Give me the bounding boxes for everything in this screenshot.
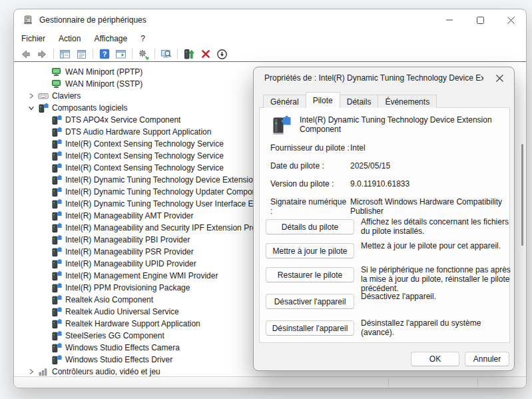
tree-item-label: Intel(R) Manageability AMT Provider — [65, 211, 194, 220]
field-value: 9.0.11910.61833 — [350, 179, 503, 189]
tab-details[interactable]: Détails — [340, 95, 379, 108]
close-button[interactable] — [495, 9, 526, 31]
tree-item-label: Realtek Hardware Support Application — [65, 319, 200, 328]
statusbar-separator — [388, 378, 389, 387]
tab-evenements[interactable]: Événements — [378, 95, 437, 108]
show-console-tree-button[interactable] — [57, 47, 73, 61]
close-icon — [507, 17, 515, 24]
software-component-icon — [38, 103, 49, 113]
action-description: Désactivez l'appareil. — [361, 292, 511, 301]
field-value: Microsoft Windows Hardware Compatibility… — [350, 197, 503, 216]
tab-general[interactable]: Général — [263, 95, 306, 108]
uninstall-device-toolbar-button[interactable] — [197, 47, 214, 61]
field-value: Intel — [350, 143, 503, 153]
screen: Gestionnaire de périphériques FichierAct… — [0, 0, 532, 399]
driver-details-button[interactable]: Détails du pilote — [266, 219, 354, 234]
disable-icon — [216, 49, 228, 60]
tree-item-label: Realtek Asio Component — [65, 295, 153, 304]
properties-button[interactable] — [73, 47, 90, 61]
software-component-icon — [51, 258, 62, 269]
uninstall-device-button[interactable]: Désinstaller l'appareil — [266, 320, 354, 336]
software-component-icon — [51, 115, 62, 125]
ok-button[interactable]: OK — [411, 352, 459, 366]
toolbar-separator — [132, 49, 133, 59]
forward-arrow-icon — [37, 49, 48, 60]
back-button[interactable] — [17, 47, 34, 61]
tree-item-label: SteelSeries GG Component — [65, 331, 164, 340]
close-icon — [496, 75, 503, 82]
action-description: Si le périphérique ne fonctionne pas apr… — [361, 265, 511, 293]
menu-action[interactable]: Action — [53, 32, 87, 45]
software-component-icon — [51, 222, 62, 233]
update-driver-toolbar-button[interactable] — [180, 47, 197, 61]
field-label: Version du pilote : — [270, 179, 350, 189]
tree-item-label: Intel(R) Manageability PSR Provider — [65, 247, 194, 256]
tab-pilote[interactable]: Pilote — [306, 92, 340, 108]
tree-item-label: Intel(R) Management Engine WMI Provider — [65, 271, 218, 280]
titlebar[interactable]: Gestionnaire de périphériques — [14, 9, 526, 31]
disable-device-toolbar-button[interactable] — [214, 47, 230, 61]
tree-item-label: Intel(R) Context Sensing Technology Serv… — [65, 139, 224, 149]
tree-item-label: Windows Studio Effects Camera — [65, 343, 180, 352]
driver-field: Version du pilote :9.0.11910.61833 — [270, 179, 503, 189]
toolbar-separator — [154, 49, 155, 59]
tree-item-label: Intel(R) Dynamic Tuning Technology User … — [65, 199, 258, 208]
chevron-collapsed-icon[interactable] — [25, 366, 38, 377]
software-component-icon — [51, 318, 62, 329]
action-description: Mettez à jour le pilote pour cet apparei… — [361, 241, 511, 250]
console-tree-icon — [59, 49, 71, 60]
tree-item-label: Intel(R) Manageability PBI Provider — [65, 235, 190, 244]
menu-fichier[interactable]: Fichier — [15, 32, 51, 45]
device-name: Intel(R) Dynamic Tuning Technology Devic… — [300, 115, 501, 134]
tree-item-label: DTS APO4x Service Component — [65, 115, 180, 125]
dialog-close-button[interactable] — [493, 71, 506, 85]
menu-aide[interactable]: ? — [134, 32, 151, 45]
help-button[interactable]: ? — [96, 47, 113, 61]
device-manager-app-icon — [23, 15, 33, 25]
tree-item-label: Contrôleurs audio, vidéo et jeu — [52, 367, 160, 376]
toolbar-separator — [93, 49, 93, 59]
tree-item-label: Composants logiciels — [52, 103, 127, 113]
remote-computer-button[interactable] — [158, 47, 174, 61]
tree-item-label: Intel(R) Dynamic Tuning Technology Updat… — [65, 187, 256, 197]
field-label: Signataire numérique : — [270, 197, 350, 216]
action-description: Affichez les détails concernant les fich… — [361, 217, 511, 236]
software-component-icon — [51, 330, 62, 341]
menu-affichage[interactable]: Affichage — [88, 32, 133, 45]
software-component-icon — [51, 163, 62, 173]
tree-item-label: WAN Miniport (SSTP) — [65, 79, 142, 89]
minimize-icon — [446, 17, 453, 23]
field-value: 2025/05/15 — [350, 161, 503, 171]
window-title: Gestionnaire de périphériques — [39, 15, 146, 25]
chevron-expanded-icon[interactable] — [25, 102, 38, 114]
minimize-button[interactable] — [434, 9, 465, 31]
statusbar-separator — [477, 378, 478, 387]
tree-item-label: Intel(R) Context Sensing Technology Serv… — [65, 163, 224, 173]
tree-item-label: Intel(R) PPM Provisioning Package — [65, 283, 190, 292]
chevron-collapsed-icon[interactable] — [25, 90, 38, 102]
statusbar — [14, 376, 526, 388]
forward-button[interactable] — [34, 47, 51, 61]
action-description: Désinstallez l'appareil du système (avan… — [361, 318, 511, 337]
update-driver-button[interactable]: Mettre à jour le pilote — [266, 243, 354, 258]
update-driver-icon — [183, 49, 194, 60]
scan-hardware-icon — [138, 49, 149, 60]
action-pane-icon — [115, 49, 127, 60]
back-arrow-icon — [20, 49, 31, 60]
svg-text:?: ? — [102, 50, 107, 58]
uninstall-icon — [200, 49, 211, 59]
software-component-icon — [51, 175, 62, 185]
maximize-button[interactable] — [465, 9, 495, 31]
menubar: FichierActionAffichage? — [14, 31, 526, 47]
disable-device-button[interactable]: Désactiver l'appareil — [266, 294, 354, 309]
roll-back-driver-button[interactable]: Restaurer le pilote — [266, 267, 354, 282]
software-component-icon — [51, 187, 62, 197]
tree-item-label: Intel(R) Manageability and Security IPF … — [65, 223, 260, 232]
properties-dialog: Propriétés de : Intel(R) Dynamic Tuning … — [253, 67, 515, 371]
action-pane-button[interactable] — [113, 47, 129, 61]
scan-hardware-changes-button[interactable] — [135, 47, 152, 61]
tree-item-label: Realtek Audio Universal Service — [65, 307, 179, 316]
field-label: Date du pilote : — [270, 161, 350, 171]
toolbar-separator — [177, 49, 178, 59]
cancel-button[interactable]: Annuler — [465, 352, 509, 366]
